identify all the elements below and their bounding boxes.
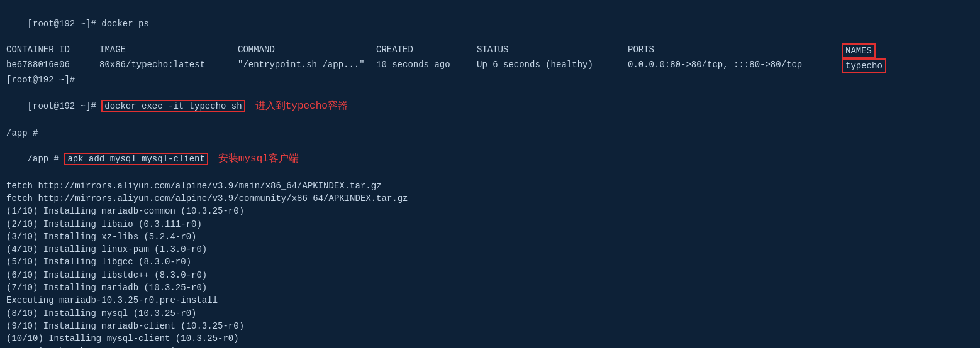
table-header: CONTAINER ID IMAGE COMMAND CREATED STATU… xyxy=(6,43,974,58)
apk-command-box: apk add mysql mysql-client xyxy=(64,153,208,165)
install-7: (7/10) Installing mariadb (10.3.25-r0) xyxy=(6,281,974,294)
executing-busybox: Executing busybox-1.29.3-r10.trigger xyxy=(6,345,974,349)
executing-pre: Executing mariadb-10.3.25-r0.pre-install xyxy=(6,294,974,307)
row-status: Up 6 seconds (healthy) xyxy=(477,58,628,73)
row-command: "/entrypoint.sh /app..." xyxy=(238,58,376,73)
header-names: NAMES xyxy=(842,43,876,58)
exec-command-line: [root@192 ~]# docker exec -it typecho sh… xyxy=(6,87,974,127)
row-ports: 0.0.0.0:80->80/tcp, :::80->80/tcp xyxy=(628,58,842,73)
install-8: (8/10) Installing mysql (10.3.25-r0) xyxy=(6,307,974,320)
header-command: COMMAND xyxy=(238,43,376,58)
apk-command-line: /app # apk add mysql mysql-client 安装mysq… xyxy=(6,139,974,180)
install-6: (6/10) Installing libstdc++ (8.3.0-r0) xyxy=(6,269,974,281)
exec-command-box: docker exec -it typecho sh xyxy=(101,100,245,112)
row-names: typecho xyxy=(842,58,886,73)
fetch-main: fetch http://mirrors.aliyun.com/alpine/v… xyxy=(6,180,974,192)
install-10: (10/10) Installing mysql-client (10.3.25… xyxy=(6,332,974,345)
header-ports: PORTS xyxy=(628,43,842,58)
install-9: (9/10) Installing mariadb-client (10.3.2… xyxy=(6,320,974,332)
row-image: 80x86/typecho:latest xyxy=(99,58,238,73)
prompt-exec: [root@192 ~]# xyxy=(28,101,102,111)
install-4: (4/10) Installing linux-pam (1.3.0-r0) xyxy=(6,243,974,256)
annotation-install: 安装mysql客户端 xyxy=(208,153,299,165)
annotation-enter: 进入到typecho容器 xyxy=(245,101,348,112)
row-created: 10 seconds ago xyxy=(376,58,477,73)
fetch-community: fetch http://mirrors.aliyun.com/alpine/v… xyxy=(6,192,974,205)
header-created: CREATED xyxy=(376,43,477,58)
prompt-apk: /app # xyxy=(28,154,65,164)
row-container-id: be6788016e06 xyxy=(6,58,99,73)
docker-row: be6788016e06 80x86/typecho:latest "/entr… xyxy=(6,58,974,73)
app-prompt-1: /app # xyxy=(6,127,974,139)
install-2: (2/10) Installing libaio (0.3.111-r0) xyxy=(6,218,974,231)
header-image: IMAGE xyxy=(99,43,238,58)
install-1: (1/10) Installing mariadb-common (10.3.2… xyxy=(6,205,974,217)
header-container-id: CONTAINER ID xyxy=(6,43,99,58)
install-3: (3/10) Installing xz-libs (5.2.4-r0) xyxy=(6,231,974,243)
header-status: STATUS xyxy=(477,43,628,58)
terminal: [root@192 ~]# [root@192 ~]# docker psdoc… xyxy=(6,5,974,348)
docker-ps-command: [root@192 ~]# [root@192 ~]# docker psdoc… xyxy=(6,5,974,43)
empty-prompt: [root@192 ~]# xyxy=(6,73,974,86)
install-5: (5/10) Installing libgcc (8.3.0-r0) xyxy=(6,256,974,268)
prompt: [root@192 ~]# xyxy=(28,19,102,29)
